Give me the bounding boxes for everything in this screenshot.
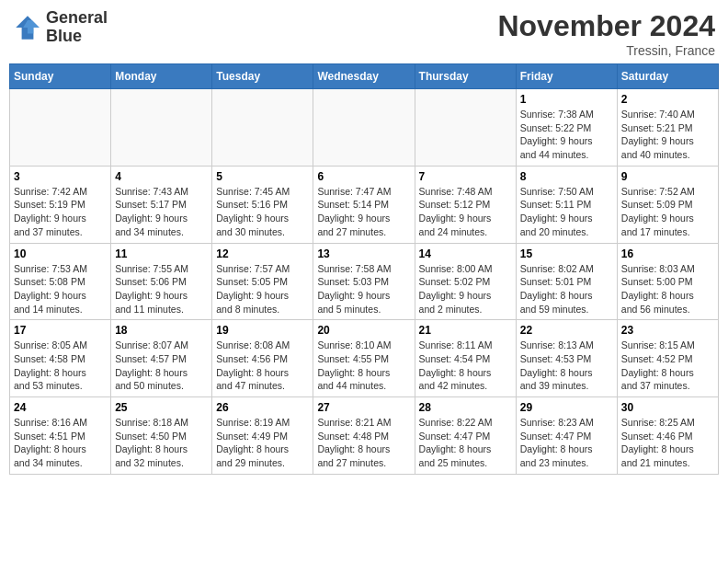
day-cell-22: 22Sunrise: 8:13 AM Sunset: 4:53 PM Dayli… <box>516 320 617 397</box>
day-number: 29 <box>520 401 613 414</box>
day-info: Sunrise: 8:21 AM Sunset: 4:48 PM Dayligh… <box>317 416 410 470</box>
day-number: 16 <box>621 247 714 260</box>
day-cell-13: 13Sunrise: 7:58 AM Sunset: 5:03 PM Dayli… <box>313 243 415 320</box>
day-info: Sunrise: 8:02 AM Sunset: 5:01 PM Dayligh… <box>520 262 613 316</box>
day-info: Sunrise: 8:15 AM Sunset: 4:52 PM Dayligh… <box>621 339 714 393</box>
day-number: 30 <box>621 401 714 414</box>
day-cell-23: 23Sunrise: 8:15 AM Sunset: 4:52 PM Dayli… <box>617 320 718 397</box>
day-number: 11 <box>115 247 208 260</box>
day-cell-30: 30Sunrise: 8:25 AM Sunset: 4:46 PM Dayli… <box>617 397 718 475</box>
weekday-header-wednesday: Wednesday <box>313 64 415 89</box>
day-cell-17: 17Sunrise: 8:05 AM Sunset: 4:58 PM Dayli… <box>10 320 111 397</box>
calendar: SundayMondayTuesdayWednesdayThursdayFrid… <box>9 63 719 475</box>
logo: General Blue <box>13 9 108 46</box>
day-info: Sunrise: 8:05 AM Sunset: 4:58 PM Dayligh… <box>14 339 107 393</box>
day-cell-18: 18Sunrise: 8:07 AM Sunset: 4:57 PM Dayli… <box>111 320 212 397</box>
day-cell-20: 20Sunrise: 8:10 AM Sunset: 4:55 PM Dayli… <box>313 320 415 397</box>
day-number: 22 <box>520 324 613 337</box>
day-cell-21: 21Sunrise: 8:11 AM Sunset: 4:54 PM Dayli… <box>415 320 516 397</box>
empty-cell <box>10 89 111 167</box>
logo-text: General Blue <box>46 9 108 46</box>
day-cell-14: 14Sunrise: 8:00 AM Sunset: 5:02 PM Dayli… <box>415 243 516 320</box>
week-row-4: 24Sunrise: 8:16 AM Sunset: 4:51 PM Dayli… <box>10 397 719 475</box>
day-cell-28: 28Sunrise: 8:22 AM Sunset: 4:47 PM Dayli… <box>415 397 516 475</box>
day-info: Sunrise: 7:50 AM Sunset: 5:11 PM Dayligh… <box>520 185 613 239</box>
day-number: 21 <box>419 324 512 337</box>
day-cell-19: 19Sunrise: 8:08 AM Sunset: 4:56 PM Dayli… <box>212 320 313 397</box>
day-number: 2 <box>621 93 714 106</box>
day-number: 25 <box>115 401 208 414</box>
day-number: 10 <box>14 247 107 260</box>
weekday-header-row: SundayMondayTuesdayWednesdayThursdayFrid… <box>10 64 719 89</box>
day-number: 15 <box>520 247 613 260</box>
day-info: Sunrise: 8:03 AM Sunset: 5:00 PM Dayligh… <box>621 262 714 316</box>
day-info: Sunrise: 8:25 AM Sunset: 4:46 PM Dayligh… <box>621 416 714 470</box>
day-number: 6 <box>317 170 410 183</box>
weekday-header-monday: Monday <box>111 64 212 89</box>
day-cell-4: 4Sunrise: 7:43 AM Sunset: 5:17 PM Daylig… <box>111 166 212 243</box>
day-cell-16: 16Sunrise: 8:03 AM Sunset: 5:00 PM Dayli… <box>617 243 718 320</box>
title-block: November 2024 Tressin, France <box>497 9 715 58</box>
day-cell-7: 7Sunrise: 7:48 AM Sunset: 5:12 PM Daylig… <box>415 166 516 243</box>
day-info: Sunrise: 8:08 AM Sunset: 4:56 PM Dayligh… <box>216 339 309 393</box>
day-number: 9 <box>621 170 714 183</box>
day-number: 20 <box>317 324 410 337</box>
day-cell-6: 6Sunrise: 7:47 AM Sunset: 5:14 PM Daylig… <box>313 166 415 243</box>
empty-cell <box>415 89 516 167</box>
day-number: 14 <box>419 247 512 260</box>
day-info: Sunrise: 7:52 AM Sunset: 5:09 PM Dayligh… <box>621 185 714 239</box>
day-number: 13 <box>317 247 410 260</box>
day-cell-5: 5Sunrise: 7:45 AM Sunset: 5:16 PM Daylig… <box>212 166 313 243</box>
day-cell-29: 29Sunrise: 8:23 AM Sunset: 4:47 PM Dayli… <box>516 397 617 475</box>
day-cell-12: 12Sunrise: 7:57 AM Sunset: 5:05 PM Dayli… <box>212 243 313 320</box>
day-info: Sunrise: 8:11 AM Sunset: 4:54 PM Dayligh… <box>419 339 512 393</box>
day-cell-15: 15Sunrise: 8:02 AM Sunset: 5:01 PM Dayli… <box>516 243 617 320</box>
day-info: Sunrise: 7:48 AM Sunset: 5:12 PM Dayligh… <box>419 185 512 239</box>
day-cell-11: 11Sunrise: 7:55 AM Sunset: 5:06 PM Dayli… <box>111 243 212 320</box>
day-info: Sunrise: 8:00 AM Sunset: 5:02 PM Dayligh… <box>419 262 512 316</box>
day-cell-2: 2Sunrise: 7:40 AM Sunset: 5:21 PM Daylig… <box>617 89 718 167</box>
day-number: 5 <box>216 170 309 183</box>
day-info: Sunrise: 7:58 AM Sunset: 5:03 PM Dayligh… <box>317 262 410 316</box>
day-info: Sunrise: 7:55 AM Sunset: 5:06 PM Dayligh… <box>115 262 208 316</box>
day-number: 23 <box>621 324 714 337</box>
day-info: Sunrise: 7:38 AM Sunset: 5:22 PM Dayligh… <box>520 108 613 162</box>
day-info: Sunrise: 7:53 AM Sunset: 5:08 PM Dayligh… <box>14 262 107 316</box>
weekday-header-sunday: Sunday <box>10 64 111 89</box>
day-info: Sunrise: 7:57 AM Sunset: 5:05 PM Dayligh… <box>216 262 309 316</box>
day-info: Sunrise: 8:16 AM Sunset: 4:51 PM Dayligh… <box>14 416 107 470</box>
empty-cell <box>111 89 212 167</box>
day-info: Sunrise: 7:45 AM Sunset: 5:16 PM Dayligh… <box>216 185 309 239</box>
day-number: 12 <box>216 247 309 260</box>
empty-cell <box>212 89 313 167</box>
logo-icon <box>13 13 42 42</box>
day-number: 24 <box>14 401 107 414</box>
week-row-3: 17Sunrise: 8:05 AM Sunset: 4:58 PM Dayli… <box>10 320 719 397</box>
day-cell-8: 8Sunrise: 7:50 AM Sunset: 5:11 PM Daylig… <box>516 166 617 243</box>
empty-cell <box>313 89 415 167</box>
day-cell-1: 1Sunrise: 7:38 AM Sunset: 5:22 PM Daylig… <box>516 89 617 167</box>
day-info: Sunrise: 8:22 AM Sunset: 4:47 PM Dayligh… <box>419 416 512 470</box>
day-info: Sunrise: 8:19 AM Sunset: 4:49 PM Dayligh… <box>216 416 309 470</box>
day-number: 17 <box>14 324 107 337</box>
day-info: Sunrise: 7:47 AM Sunset: 5:14 PM Dayligh… <box>317 185 410 239</box>
day-cell-10: 10Sunrise: 7:53 AM Sunset: 5:08 PM Dayli… <box>10 243 111 320</box>
day-number: 26 <box>216 401 309 414</box>
weekday-header-thursday: Thursday <box>415 64 516 89</box>
day-cell-9: 9Sunrise: 7:52 AM Sunset: 5:09 PM Daylig… <box>617 166 718 243</box>
day-cell-3: 3Sunrise: 7:42 AM Sunset: 5:19 PM Daylig… <box>10 166 111 243</box>
weekday-header-saturday: Saturday <box>617 64 718 89</box>
day-number: 4 <box>115 170 208 183</box>
week-row-2: 10Sunrise: 7:53 AM Sunset: 5:08 PM Dayli… <box>10 243 719 320</box>
day-number: 18 <box>115 324 208 337</box>
day-cell-24: 24Sunrise: 8:16 AM Sunset: 4:51 PM Dayli… <box>10 397 111 475</box>
month-title: November 2024 <box>497 9 715 43</box>
day-cell-27: 27Sunrise: 8:21 AM Sunset: 4:48 PM Dayli… <box>313 397 415 475</box>
page-header: General Blue November 2024 Tressin, Fran… <box>9 9 719 58</box>
day-info: Sunrise: 8:23 AM Sunset: 4:47 PM Dayligh… <box>520 416 613 470</box>
day-number: 7 <box>419 170 512 183</box>
day-info: Sunrise: 7:43 AM Sunset: 5:17 PM Dayligh… <box>115 185 208 239</box>
day-number: 28 <box>419 401 512 414</box>
location: Tressin, France <box>497 43 715 58</box>
day-cell-25: 25Sunrise: 8:18 AM Sunset: 4:50 PM Dayli… <box>111 397 212 475</box>
